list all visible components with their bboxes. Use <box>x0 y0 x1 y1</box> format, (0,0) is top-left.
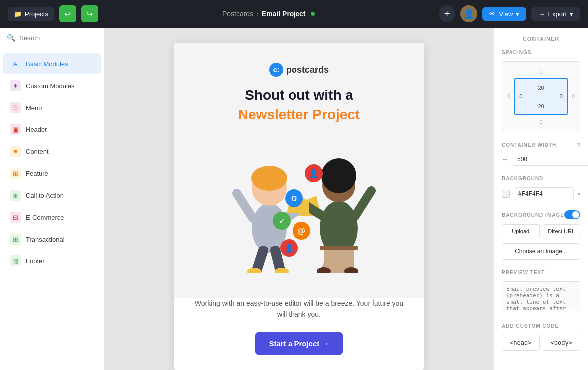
spacings-outer: 0 0 20 0 0 20 <box>502 61 580 131</box>
add-icon: + <box>444 8 450 20</box>
email-headline-1: Shout out with a <box>194 87 404 104</box>
background-color-select[interactable]: #F4F4F4 <box>514 187 574 200</box>
sidebar-item-label: E-Commerce <box>26 214 64 221</box>
sidebar-item-call-to-action[interactable]: ⊕ Call to Action <box>3 185 101 206</box>
undo-icon: ↩ <box>64 9 71 19</box>
svg-text:👤: 👤 <box>284 244 294 253</box>
spacings-title: SPACINGS <box>502 50 580 55</box>
illustration: ⚙ ✓ 👤 👤 @ <box>194 133 404 273</box>
spacings-section: SPACINGS 0 0 20 0 0 <box>502 50 580 131</box>
undo-button[interactable]: ↩ <box>59 5 76 22</box>
basic-modules-icon: A <box>10 58 21 69</box>
footer-icon: ▦ <box>10 255 21 266</box>
svg-text:⚙: ⚙ <box>291 194 297 203</box>
canvas-area[interactable]: e: postcards Shout out with a Newsletter… <box>105 28 493 370</box>
breadcrumb: Postcards › Email Project <box>222 10 315 18</box>
preview-text-input[interactable] <box>502 281 580 311</box>
sidebar-item-header[interactable]: ▣ Header <box>3 119 101 140</box>
search-icon: 🔍 <box>7 34 15 42</box>
menu-icon: ☰ <box>10 102 21 113</box>
upload-button[interactable]: Upload <box>502 224 540 238</box>
folder-icon: 📁 <box>14 10 22 18</box>
background-color-swatch[interactable] <box>502 190 510 198</box>
sidebar-items: A Basic Modules ✦ Custom Modules ☰ Menu … <box>0 48 104 370</box>
email-hero: e: postcards Shout out with a Newsletter… <box>174 43 424 298</box>
header-icon: ▣ <box>10 124 21 135</box>
spacing-left-outer: 0 <box>507 94 510 99</box>
sidebar-item-e-commerce[interactable]: ⊟ E-Commerce <box>3 207 101 228</box>
background-image-title: BACKGROUND IMAGE <box>502 212 564 218</box>
sidebar-item-label: Transactional <box>26 236 65 243</box>
breadcrumb-separator: › <box>256 10 259 18</box>
sidebar-item-feature[interactable]: ⊞ Feature <box>3 163 101 184</box>
svg-line-13 <box>355 191 371 216</box>
sidebar-item-label: Menu <box>26 104 42 112</box>
chevron-down-icon: ▾ <box>578 191 580 197</box>
panel-title: CONTAINER <box>502 36 580 42</box>
projects-button[interactable]: 📁 Projects <box>8 7 54 21</box>
email-body-text: Working with an easy-to-use editor will … <box>194 298 404 320</box>
breadcrumb-current: Email Project <box>262 10 306 18</box>
svg-line-7 <box>275 250 280 270</box>
svg-line-17 <box>326 253 333 270</box>
head-code-button[interactable]: <head> <box>502 335 540 351</box>
background-section: BACKGROUND #F4F4F4 ▾ <box>502 176 580 200</box>
container-width-section: CONTAINER WIDTH ? ↔ px <box>502 141 580 166</box>
email-logo: e: postcards <box>194 63 404 77</box>
svg-line-3 <box>237 193 253 218</box>
logo-text: postcards <box>286 65 329 75</box>
help-icon: ? <box>577 141 580 149</box>
email-cta-button[interactable]: Start a Project → <box>255 332 343 355</box>
container-width-title: CONTAINER WIDTH <box>502 142 556 148</box>
code-buttons: <head> <body> <box>502 335 580 351</box>
spacing-top-outer: 0 <box>539 69 542 75</box>
svg-text:👤: 👤 <box>309 169 319 178</box>
sidebar-item-label: Custom Modules <box>26 82 75 90</box>
topbar-right: + 👤 👁 View ▾ → Export ▾ <box>439 5 580 22</box>
email-body: Working with an easy-to-use editor will … <box>174 298 424 370</box>
spacing-top-inner: 20 <box>538 85 544 91</box>
sidebar-item-basic-modules[interactable]: A Basic Modules <box>3 53 101 74</box>
spacing-left-inner: 0 <box>519 94 522 99</box>
svg-text:✓: ✓ <box>279 217 285 225</box>
call-to-action-icon: ⊕ <box>10 190 21 201</box>
feature-icon: ⊞ <box>10 168 21 179</box>
redo-icon: ↪ <box>86 9 93 19</box>
background-image-toggle[interactable] <box>564 210 580 219</box>
sidebar: 🔍 A Basic Modules ✦ Custom Modules ☰ Men… <box>0 28 105 370</box>
view-icon: 👁 <box>489 10 496 18</box>
sidebar-item-content[interactable]: ≡ Content <box>3 141 101 162</box>
upload-buttons: Upload Direct URL <box>502 224 580 238</box>
sidebar-item-label: Feature <box>26 170 48 177</box>
export-button[interactable]: → Export ▾ <box>531 7 580 21</box>
svg-point-2 <box>251 166 287 191</box>
redo-button[interactable]: ↪ <box>81 5 98 22</box>
sidebar-item-custom-modules[interactable]: ✦ Custom Modules <box>3 75 101 96</box>
spacings-row: 0 20 0 0 20 0 <box>507 78 575 115</box>
transactional-icon: ⊞ <box>10 234 21 245</box>
avatar[interactable]: 👤 <box>460 5 477 22</box>
view-button[interactable]: 👁 View ▾ <box>482 7 526 21</box>
spacing-bottom-outer: 0 <box>539 119 542 125</box>
spacing-bottom-inner: 20 <box>538 103 544 109</box>
export-label: Export <box>548 10 567 18</box>
container-width-row: ↔ px <box>502 153 580 166</box>
sidebar-item-transactional[interactable]: ⊞ Transactional <box>3 229 101 249</box>
logo-icon: e: <box>269 63 283 77</box>
view-chevron-icon: ▾ <box>516 10 519 18</box>
body-code-button[interactable]: <body> <box>543 335 581 351</box>
search-input[interactable] <box>19 34 97 42</box>
breadcrumb-parent[interactable]: Postcards <box>222 10 253 18</box>
email-preview: e: postcards Shout out with a Newsletter… <box>174 43 424 370</box>
add-button[interactable]: + <box>439 5 455 22</box>
direct-url-button[interactable]: Direct URL <box>543 224 581 238</box>
choose-image-button[interactable]: Choose an Image... <box>502 243 580 260</box>
topbar: 📁 Projects ↩ ↪ Postcards › Email Project… <box>0 0 588 28</box>
container-width-input[interactable] <box>513 153 588 166</box>
preview-text-title: PREVIEW TEXT <box>502 270 580 275</box>
content-icon: ≡ <box>10 146 21 157</box>
main-layout: 🔍 A Basic Modules ✦ Custom Modules ☰ Men… <box>0 28 588 370</box>
sidebar-item-menu[interactable]: ☰ Menu <box>3 97 101 118</box>
sidebar-item-footer[interactable]: ▦ Footer <box>3 250 101 271</box>
spacing-right-outer: 0 <box>572 94 575 99</box>
